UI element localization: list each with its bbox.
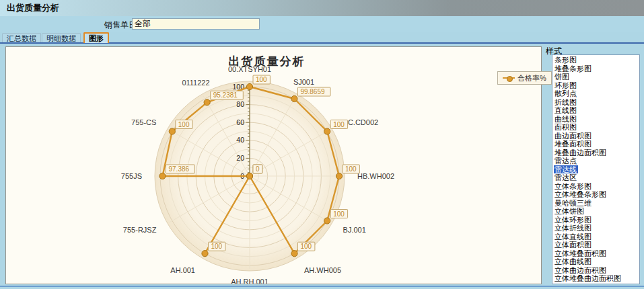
- tab-graph[interactable]: 图形: [83, 32, 109, 43]
- category-label: 755-CS: [131, 118, 156, 126]
- style-panel: 样式 条形图堆叠条形图饼图环形图散列点折线图直线图曲线图面积图曲边面积图堆叠面积…: [544, 45, 644, 286]
- category-label: SJ001: [293, 78, 314, 86]
- style-option[interactable]: 雷达点: [554, 157, 639, 165]
- style-option[interactable]: 立体饼图: [554, 207, 639, 216]
- value-label: 0: [256, 165, 260, 173]
- value-label: 100: [256, 76, 267, 83]
- tab-summary-data[interactable]: 汇总数据: [2, 33, 41, 43]
- style-option[interactable]: 散列点: [554, 89, 639, 98]
- value-label: 100: [301, 243, 312, 250]
- style-option[interactable]: 曼哈顿三维: [554, 199, 639, 208]
- sales-date-input[interactable]: [132, 18, 260, 30]
- tab-detail-data[interactable]: 明细数据: [42, 33, 81, 43]
- style-option[interactable]: 堆叠条形图: [554, 65, 639, 73]
- value-label: 95.2381: [213, 91, 238, 99]
- style-option[interactable]: 立体折线图: [554, 224, 639, 233]
- svg-text:40: 40: [236, 136, 244, 144]
- app-window: 出货质量分析 销售单日期 汇总数据 明细数据 图形 出货质量分析 0204060…: [0, 0, 644, 289]
- category-label: SC.CD002: [343, 118, 379, 126]
- radar-chart-svg: 02040608010000.XTSYH01SJ001SC.CD002HB.WH…: [6, 47, 541, 284]
- style-option[interactable]: 雷达区: [554, 173, 639, 182]
- category-label: AH.RH.001: [231, 278, 269, 284]
- style-option[interactable]: 立体直线图: [554, 233, 639, 241]
- category-label: 0111222: [182, 79, 209, 87]
- value-label: 100: [333, 121, 345, 128]
- tab-content: 出货质量分析 02040608010000.XTSYH01SJ001SC.CD0…: [0, 45, 644, 286]
- style-option[interactable]: 折线图: [554, 98, 639, 107]
- bottom-border: [0, 286, 644, 289]
- svg-text:60: 60: [236, 118, 244, 126]
- page-title: 出货质量分析: [7, 2, 59, 14]
- value-label: 100: [211, 243, 223, 250]
- style-option[interactable]: 立体曲边面积图: [554, 266, 639, 275]
- style-option[interactable]: 立体曲线图: [554, 257, 639, 266]
- filter-bar: 销售单日期: [0, 16, 644, 32]
- category-label: HB.WH002: [357, 172, 394, 180]
- legend-line-marker-icon: [503, 77, 515, 79]
- chart-panel: 出货质量分析 02040608010000.XTSYH01SJ001SC.CD0…: [5, 46, 542, 284]
- svg-text:80: 80: [236, 100, 244, 108]
- category-label: 755-RJSZ: [123, 226, 157, 234]
- category-label: 755JS: [121, 172, 142, 180]
- style-option[interactable]: 曲边面积图: [554, 132, 639, 140]
- style-option[interactable]: 堆叠曲边面积图: [554, 149, 639, 157]
- style-option[interactable]: 面积图: [554, 123, 639, 132]
- style-option[interactable]: 立体堆叠条形图: [554, 190, 639, 199]
- style-option[interactable]: 堆叠面积图: [554, 140, 639, 149]
- window-title-bar: 出货质量分析: [0, 0, 644, 16]
- value-label: 100: [345, 165, 357, 173]
- style-option[interactable]: 立体环形图: [554, 216, 639, 224]
- style-listbox[interactable]: 条形图堆叠条形图饼图环形图散列点折线图直线图曲线图面积图曲边面积图堆叠面积图堆叠…: [552, 54, 640, 284]
- style-option[interactable]: 雷达线: [554, 165, 578, 174]
- category-label: AH.001: [170, 266, 195, 274]
- style-option[interactable]: 曲线图: [554, 115, 639, 124]
- style-option[interactable]: 立体堆叠曲边面积图: [554, 274, 639, 283]
- tab-bar: 汇总数据 明细数据 图形: [0, 32, 644, 43]
- value-label: 97.386: [169, 165, 190, 173]
- value-label: 100: [178, 121, 190, 128]
- category-label: BJ.001: [343, 226, 366, 234]
- legend-label: 合格率%: [517, 73, 546, 83]
- value-label: 99.8659: [300, 88, 325, 95]
- style-option[interactable]: 条形图: [554, 56, 639, 65]
- style-option[interactable]: 饼图: [554, 73, 639, 81]
- chart-title: 出货质量分析: [6, 54, 528, 69]
- style-option[interactable]: 直线图: [554, 106, 639, 115]
- style-option[interactable]: 立体条形图: [554, 182, 639, 191]
- style-option[interactable]: 立体堆叠面积图: [554, 249, 639, 258]
- category-label: AH.WH005: [304, 266, 341, 274]
- style-option[interactable]: 环形图: [554, 81, 639, 90]
- style-option[interactable]: 立体面积图: [554, 241, 639, 249]
- svg-text:20: 20: [236, 154, 244, 162]
- value-label: 100: [333, 210, 345, 218]
